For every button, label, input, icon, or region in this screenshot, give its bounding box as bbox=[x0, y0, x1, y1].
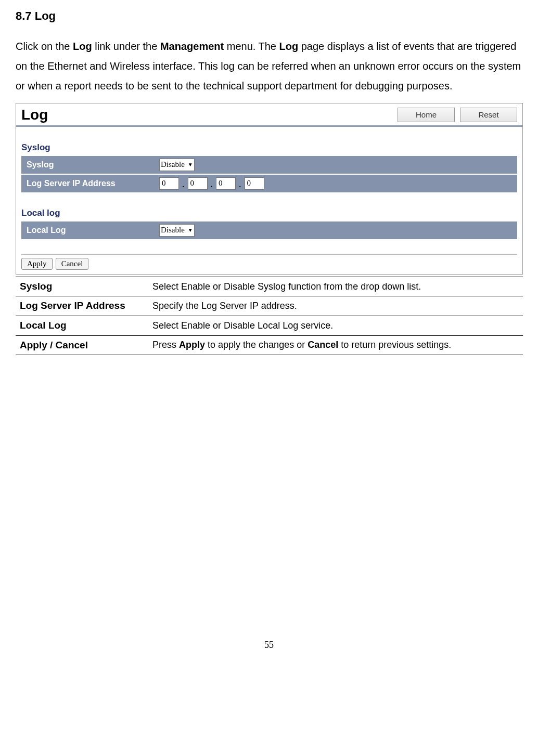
desc-label: Syslog bbox=[16, 277, 148, 296]
locallog-row-label: Local Log bbox=[27, 226, 159, 235]
screenshot-header: Log Home Reset bbox=[16, 103, 522, 127]
log-server-ip-label: Log Server IP Address bbox=[27, 179, 159, 188]
apply-button[interactable]: Apply bbox=[21, 258, 53, 270]
ip-octet-1[interactable] bbox=[159, 177, 179, 190]
locallog-group-title: Local log bbox=[21, 208, 517, 218]
table-row: Local Log Select Enable or Disable Local… bbox=[16, 316, 523, 335]
chevron-down-icon: ▼ bbox=[188, 162, 193, 167]
desc-part: Press bbox=[152, 340, 179, 350]
cancel-button[interactable]: Cancel bbox=[56, 258, 89, 270]
desc-text: Specify the Log Server IP address. bbox=[148, 296, 523, 316]
desc-label: Apply / Cancel bbox=[16, 335, 148, 355]
divider bbox=[21, 254, 517, 255]
desc-label: Local Log bbox=[16, 316, 148, 335]
reset-button[interactable]: Reset bbox=[460, 108, 517, 122]
intro-text: link under the bbox=[92, 41, 160, 52]
intro-bold-log-2: Log bbox=[279, 41, 299, 52]
syslog-select[interactable]: Disable ▼ bbox=[159, 159, 195, 171]
intro-paragraph: Click on the Log link under the Manageme… bbox=[16, 36, 522, 96]
ip-octet-4[interactable] bbox=[245, 177, 264, 190]
desc-text: Press Apply to apply the changes or Canc… bbox=[148, 335, 523, 355]
intro-text: menu. The bbox=[224, 41, 279, 52]
ip-octet-3[interactable] bbox=[216, 177, 236, 190]
log-server-ip-row: Log Server IP Address . . . bbox=[21, 175, 517, 192]
ip-dot: . bbox=[238, 179, 242, 190]
desc-text: Select Enable or Disable Local Log servi… bbox=[148, 316, 523, 335]
home-button[interactable]: Home bbox=[398, 108, 455, 122]
log-config-screenshot: Log Home Reset Syslog Syslog Disable ▼ L… bbox=[16, 103, 523, 275]
intro-bold-log: Log bbox=[73, 41, 92, 52]
ip-dot: . bbox=[181, 179, 186, 190]
intro-bold-management: Management bbox=[160, 41, 224, 52]
section-heading: 8.7 Log bbox=[16, 5, 522, 27]
page-title: Log bbox=[21, 107, 392, 123]
table-row: Apply / Cancel Press Apply to apply the … bbox=[16, 335, 523, 355]
syslog-select-value: Disable bbox=[161, 160, 185, 169]
table-row: Log Server IP Address Specify the Log Se… bbox=[16, 296, 523, 316]
locallog-row: Local Log Disable ▼ bbox=[21, 221, 517, 239]
desc-bold-cancel: Cancel bbox=[308, 340, 338, 350]
syslog-group-title: Syslog bbox=[21, 142, 517, 153]
ip-dot: . bbox=[210, 179, 214, 190]
desc-text: Select Enable or Disable Syslog function… bbox=[148, 277, 523, 296]
desc-bold-apply: Apply bbox=[179, 340, 205, 350]
page-number: 55 bbox=[16, 636, 522, 654]
desc-label: Log Server IP Address bbox=[16, 296, 148, 316]
chevron-down-icon: ▼ bbox=[188, 227, 193, 233]
ip-octet-2[interactable] bbox=[188, 177, 208, 190]
desc-part: to apply the changes or bbox=[205, 340, 308, 350]
locallog-select[interactable]: Disable ▼ bbox=[159, 224, 195, 237]
description-table: Syslog Select Enable or Disable Syslog f… bbox=[16, 277, 523, 355]
intro-text: Click on the bbox=[16, 41, 73, 52]
syslog-row-label: Syslog bbox=[27, 160, 159, 170]
screenshot-body: Syslog Syslog Disable ▼ Log Server IP Ad… bbox=[16, 142, 522, 274]
locallog-select-value: Disable bbox=[161, 226, 185, 234]
table-row: Syslog Select Enable or Disable Syslog f… bbox=[16, 277, 523, 296]
syslog-row: Syslog Disable ▼ bbox=[21, 156, 517, 174]
desc-part: to return previous settings. bbox=[338, 340, 451, 350]
